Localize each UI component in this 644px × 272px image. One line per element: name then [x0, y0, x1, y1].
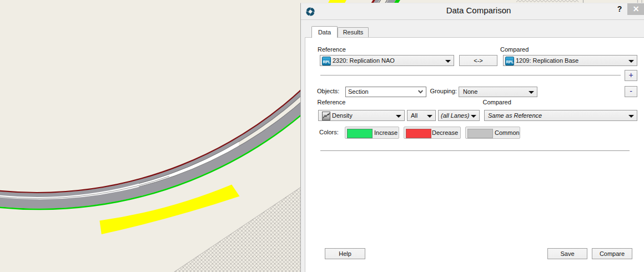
svg-text:RPL: RPL [506, 60, 514, 64]
svg-text:RPL: RPL [323, 60, 331, 64]
